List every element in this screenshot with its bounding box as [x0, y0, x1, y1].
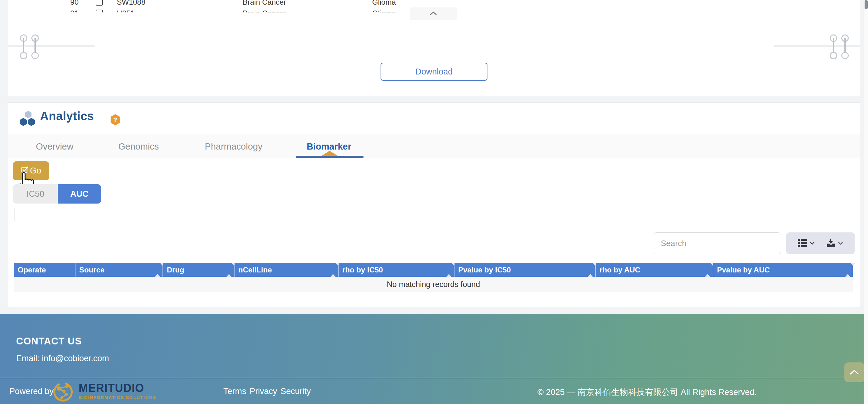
table-row: 90 SW1088 Brain Cancer Glioma [8, 0, 860, 8]
chevron-down-icon [810, 241, 815, 246]
scroll-to-top-button[interactable] [844, 362, 864, 382]
sort-icon[interactable] [446, 266, 452, 274]
go-button[interactable]: Go [13, 161, 49, 180]
sort-icon[interactable] [155, 266, 160, 274]
column-label: nCellLine [238, 266, 272, 274]
tissue-name: Brain Cancer [243, 0, 286, 6]
page-scrollbar-thumb[interactable] [865, 0, 868, 9]
active-tab-caret-icon [321, 151, 338, 156]
column-header-rho-by-auc[interactable]: rho by AUC [596, 263, 713, 277]
contact-title: CONTACT US [16, 336, 82, 347]
chevron-up-icon [430, 11, 437, 16]
brand-name: MERITUDIO [79, 382, 156, 394]
chevron-down-icon [838, 241, 843, 246]
tab-genomics[interactable]: Genomics [118, 141, 159, 152]
analytics-tab-bar: Overview Genomics Pharmacology Biomarker [8, 134, 860, 158]
empty-table-message: No matching records found [14, 277, 853, 292]
metric-toggle: IC50 AUC [13, 184, 101, 204]
help-icon[interactable]: ? [110, 114, 121, 127]
pathology-name: Glioma [372, 9, 396, 12]
list-columns-icon [798, 239, 807, 248]
analytics-hexagons-icon [19, 111, 35, 128]
row-index: 90 [62, 0, 79, 6]
column-header-ncellline[interactable]: nCellLine [235, 263, 339, 277]
page-scrollbar-track [864, 0, 868, 404]
meritudio-logo-icon [53, 382, 73, 403]
column-label: Pvalue by IC50 [458, 266, 511, 274]
go-button-label: Go [30, 166, 41, 176]
column-label: rho by IC50 [342, 266, 383, 274]
results-card: 90 SW1088 Brain Cancer Glioma 91 U251 Br… [8, 0, 860, 96]
sort-icon[interactable] [588, 266, 593, 274]
tab-biomarker[interactable]: Biomarker [307, 141, 351, 152]
active-tab-underline [296, 156, 364, 158]
tab-pharmacology[interactable]: Pharmacology [205, 141, 262, 152]
sort-icon[interactable] [226, 266, 231, 274]
privacy-link[interactable]: Privacy [250, 386, 277, 396]
column-header-pvalue-by-auc[interactable]: Pvalue by AUC [713, 263, 853, 277]
column-label: Pvalue by AUC [717, 266, 770, 274]
terms-link[interactable]: Terms [223, 386, 246, 396]
sort-icon[interactable] [705, 266, 710, 274]
range-slider-handle[interactable] [841, 34, 849, 59]
brand-wordmark: MERITUDIO BIOINFORMATICS SOLUTIONS [79, 382, 156, 400]
column-header-source[interactable]: Source [75, 263, 163, 277]
download-tray-icon [826, 238, 835, 248]
tab-overview[interactable]: Overview [36, 141, 74, 152]
security-link[interactable]: Security [281, 386, 311, 396]
biomarker-table-header: Operate Source Drug nCellLine rho by IC5… [14, 263, 853, 277]
cell-line-name: U251 [117, 9, 134, 12]
chevron-up-icon [850, 369, 859, 376]
export-menu-button[interactable] [826, 238, 843, 248]
empty-filter-panel [14, 207, 854, 222]
check-square-icon [21, 166, 29, 176]
pathology-name: Glioma [372, 0, 396, 6]
column-header-operate: Operate [14, 263, 75, 277]
sort-icon[interactable] [845, 266, 850, 274]
divider [8, 22, 860, 22]
column-label: Operate [18, 266, 46, 274]
row-checkbox[interactable] [96, 10, 103, 12]
column-label: Source [79, 266, 104, 274]
footer-links: Terms Privacy Security [223, 386, 311, 396]
copyright-text: © 2025 — 南京科佰生物科技有限公司 All Rights Reserve… [537, 386, 757, 398]
tissue-name: Brain Cancer [243, 9, 286, 12]
toggle-auc-button[interactable]: AUC [58, 184, 101, 204]
row-checkbox[interactable] [96, 0, 103, 6]
collapse-table-button[interactable] [410, 7, 457, 20]
toggle-ic50-button[interactable]: IC50 [13, 184, 58, 204]
section-title: Analytics [40, 109, 94, 123]
sort-icon[interactable] [331, 266, 336, 274]
search-input[interactable] [654, 232, 781, 254]
column-header-rho-by-ic50[interactable]: rho by IC50 [339, 263, 455, 277]
columns-menu-button[interactable] [798, 239, 815, 248]
table-toolbar [786, 232, 855, 254]
divider [14, 225, 854, 225]
divider [0, 378, 868, 378]
powered-by-label: Powered by [9, 386, 54, 396]
column-label: rho by AUC [599, 266, 640, 274]
cell-line-name: SW1088 [117, 0, 145, 6]
column-label: Drug [167, 266, 184, 274]
analytics-card: Analytics ? Overview Genomics Pharmacolo… [8, 102, 860, 307]
page-footer: CONTACT US Email: info@cobioer.com Power… [0, 314, 868, 404]
column-header-pvalue-by-ic50[interactable]: Pvalue by IC50 [455, 263, 596, 277]
svg-text:?: ? [114, 116, 118, 123]
row-index: 91 [62, 9, 79, 12]
range-slider-handle[interactable] [20, 34, 28, 59]
range-slider-handle[interactable] [830, 34, 838, 59]
download-button[interactable]: Download [380, 63, 488, 81]
contact-email: Email: info@cobioer.com [16, 354, 109, 363]
column-header-drug[interactable]: Drug [163, 263, 235, 277]
range-slider-handle[interactable] [31, 34, 39, 59]
brand-tagline: BIOINFORMATICS SOLUTIONS [79, 395, 156, 400]
